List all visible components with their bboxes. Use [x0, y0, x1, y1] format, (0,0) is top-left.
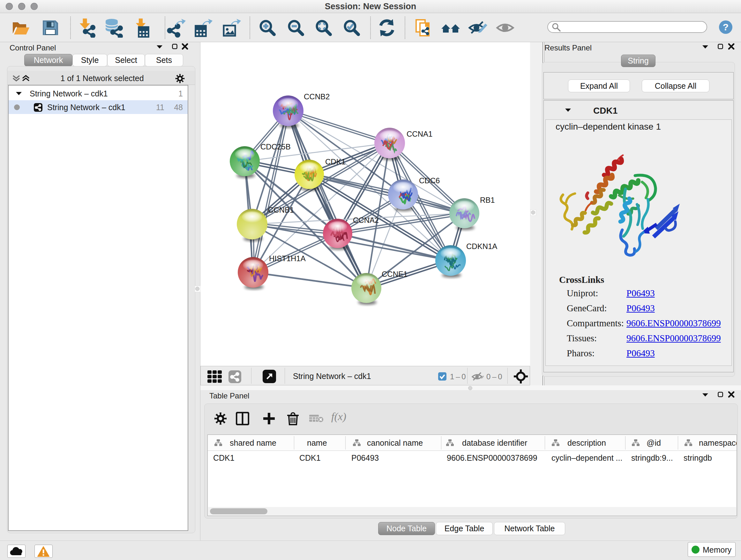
svg-text:HIST1H1A: HIST1H1A: [269, 254, 306, 263]
svg-text:CDC25B: CDC25B: [260, 142, 291, 151]
svg-text:CCNA1: CCNA1: [407, 130, 432, 138]
svg-text:CDC6: CDC6: [419, 176, 440, 185]
svg-text:CCNB1: CCNB1: [268, 206, 294, 214]
svg-text:CDKN1A: CDKN1A: [466, 242, 497, 251]
svg-text:CCNB2: CCNB2: [304, 92, 330, 101]
svg-text:RB1: RB1: [480, 196, 495, 204]
svg-text:?: ?: [723, 22, 729, 32]
svg-text:CDK1: CDK1: [325, 158, 346, 166]
svg-text:CCNE1: CCNE1: [382, 270, 408, 278]
svg-text:CCNA2: CCNA2: [353, 216, 379, 225]
